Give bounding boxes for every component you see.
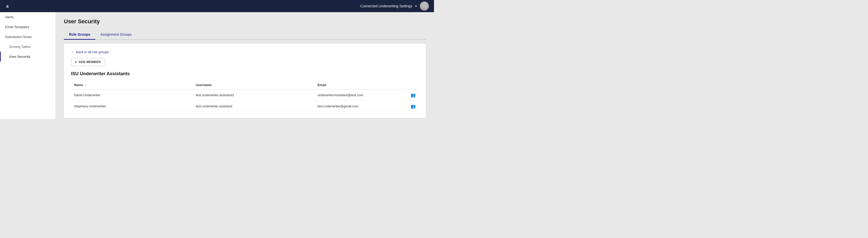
table-header: Name ↕ Username Email — [71, 80, 419, 90]
back-link-label: Back to all role groups — [76, 50, 109, 54]
cell-name: Stephany Underwriter — [71, 101, 193, 112]
table-row: Stephany Underwritertest.underwriter.ass… — [71, 101, 419, 112]
group-title: ISU Underwriter Assistants — [71, 71, 419, 76]
cell-action: 👥 — [401, 101, 419, 112]
col-header-email: Email — [314, 80, 401, 90]
sidebar-item-scoring-tables[interactable]: Scoring Tables — [0, 42, 56, 52]
user-action-icon[interactable]: 👥 — [411, 104, 416, 108]
top-nav: a Connected Underwriting Settings ▾ — [0, 0, 434, 12]
sidebar-item-email-templates-label: Email Templates — [5, 25, 29, 29]
sidebar-item-user-security[interactable]: User Security — [0, 52, 56, 62]
sidebar-item-alerts-label: Alerts — [5, 15, 13, 19]
table-body: David Underwritertest.underwriter.assist… — [71, 90, 419, 112]
content-card: ← Back to all role groups + ADD MEMBER I… — [64, 44, 426, 118]
nav-chevron-icon[interactable]: ▾ — [415, 4, 417, 8]
tabs-bar: Role Groups Assignment Groups — [64, 30, 426, 40]
tab-assignment-groups[interactable]: Assignment Groups — [95, 30, 137, 40]
sidebar-item-user-security-label: User Security — [9, 55, 30, 59]
sort-icon[interactable]: ↕ — [85, 83, 87, 87]
appian-logo: a — [5, 2, 13, 10]
cell-name: David Underwriter — [71, 90, 193, 101]
sidebar: Alerts Email Templates Submission Score … — [0, 12, 56, 119]
sidebar-item-submission-score-label: Submission Score — [5, 35, 32, 39]
add-member-button[interactable]: + ADD MEMBER — [71, 58, 104, 66]
appian-logo-icon: a — [5, 2, 13, 10]
cell-email: test.underwriter@gmail.com — [314, 101, 401, 112]
nav-right: Connected Underwriting Settings ▾ — [360, 2, 429, 11]
main-content: User Security Role Groups Assignment Gro… — [56, 12, 434, 119]
svg-text:a: a — [6, 4, 9, 8]
user-avatar[interactable] — [420, 2, 429, 11]
add-member-label: ADD MEMBER — [79, 60, 101, 64]
avatar-image — [420, 2, 429, 11]
sidebar-item-scoring-tables-label: Scoring Tables — [9, 45, 31, 48]
sidebar-item-email-templates[interactable]: Email Templates — [0, 22, 56, 32]
plus-icon: + — [75, 60, 77, 64]
table-header-row: Name ↕ Username Email — [71, 80, 419, 90]
col-header-action — [401, 80, 419, 90]
cell-email: underwriterAssistant@test.com — [314, 90, 401, 101]
back-link[interactable]: ← Back to all role groups — [71, 50, 419, 54]
page-title: User Security — [64, 18, 426, 25]
tab-role-groups[interactable]: Role Groups — [64, 30, 95, 40]
app-title: Connected Underwriting Settings — [360, 4, 412, 8]
sidebar-item-submission-score[interactable]: Submission Score — [0, 32, 56, 42]
cell-username: test.underwriter.assistant2 — [193, 90, 314, 101]
back-arrow-icon: ← — [71, 50, 74, 54]
cell-username: test.underwriter.assistant — [193, 101, 314, 112]
user-action-icon[interactable]: 👥 — [411, 93, 416, 97]
page-layout: Alerts Email Templates Submission Score … — [0, 12, 434, 119]
members-table: Name ↕ Username Email David Underwritert… — [71, 80, 419, 112]
col-header-name: Name ↕ — [71, 80, 193, 90]
sidebar-item-alerts[interactable]: Alerts — [0, 12, 56, 22]
col-header-username: Username — [193, 80, 314, 90]
table-row: David Underwritertest.underwriter.assist… — [71, 90, 419, 101]
cell-action: 👥 — [401, 90, 419, 101]
